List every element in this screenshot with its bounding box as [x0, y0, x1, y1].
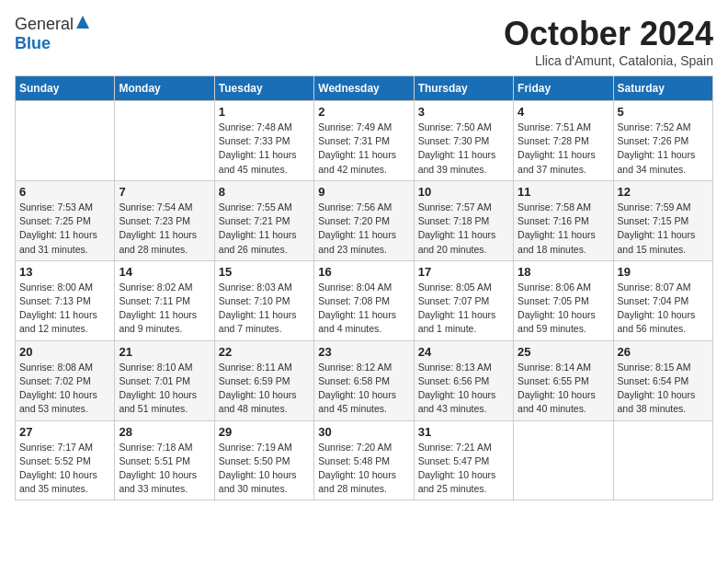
logo-general-text: General [15, 15, 74, 34]
day-number-9: 9 [318, 185, 409, 199]
day-cell-1: 1Sunrise: 7:48 AM Sunset: 7:33 PM Daylig… [214, 101, 313, 181]
day-info-17: Sunrise: 8:05 AM Sunset: 7:07 PM Dayligh… [418, 281, 509, 337]
day-info-8: Sunrise: 7:55 AM Sunset: 7:21 PM Dayligh… [219, 201, 310, 257]
day-cell-23: 23Sunrise: 8:12 AM Sunset: 6:58 PM Dayli… [314, 340, 414, 420]
weekday-header-tuesday: Tuesday [214, 76, 313, 101]
day-info-24: Sunrise: 8:13 AM Sunset: 6:56 PM Dayligh… [418, 361, 509, 417]
empty-cell [613, 420, 712, 500]
day-number-23: 23 [318, 345, 409, 359]
day-info-14: Sunrise: 8:02 AM Sunset: 7:11 PM Dayligh… [119, 281, 210, 337]
logo-triangle-icon [76, 16, 89, 32]
day-cell-8: 8Sunrise: 7:55 AM Sunset: 7:21 PM Daylig… [214, 180, 313, 260]
day-cell-10: 10Sunrise: 7:57 AM Sunset: 7:18 PM Dayli… [414, 180, 513, 260]
day-info-20: Sunrise: 8:08 AM Sunset: 7:02 PM Dayligh… [19, 361, 110, 417]
weekday-header-friday: Friday [514, 76, 613, 101]
day-info-11: Sunrise: 7:58 AM Sunset: 7:16 PM Dayligh… [518, 201, 609, 257]
day-number-24: 24 [418, 345, 509, 359]
day-number-5: 5 [618, 105, 709, 119]
day-info-5: Sunrise: 7:52 AM Sunset: 7:26 PM Dayligh… [618, 121, 709, 177]
day-cell-25: 25Sunrise: 8:14 AM Sunset: 6:55 PM Dayli… [514, 340, 613, 420]
day-info-22: Sunrise: 8:11 AM Sunset: 6:59 PM Dayligh… [219, 361, 310, 417]
day-cell-11: 11Sunrise: 7:58 AM Sunset: 7:16 PM Dayli… [514, 180, 613, 260]
day-number-26: 26 [618, 345, 709, 359]
day-number-19: 19 [618, 265, 709, 279]
day-number-1: 1 [219, 105, 310, 119]
day-cell-17: 17Sunrise: 8:05 AM Sunset: 7:07 PM Dayli… [414, 260, 513, 340]
month-title: October 2024 [504, 15, 713, 53]
svg-marker-0 [76, 16, 89, 29]
day-cell-30: 30Sunrise: 7:20 AM Sunset: 5:48 PM Dayli… [314, 420, 414, 500]
day-info-28: Sunrise: 7:18 AM Sunset: 5:51 PM Dayligh… [119, 441, 210, 497]
day-info-26: Sunrise: 8:15 AM Sunset: 6:54 PM Dayligh… [618, 361, 709, 417]
weekday-header-row: SundayMondayTuesdayWednesdayThursdayFrid… [16, 76, 713, 101]
day-cell-24: 24Sunrise: 8:13 AM Sunset: 6:56 PM Dayli… [414, 340, 513, 420]
day-cell-2: 2Sunrise: 7:49 AM Sunset: 7:31 PM Daylig… [314, 101, 414, 181]
day-info-4: Sunrise: 7:51 AM Sunset: 7:28 PM Dayligh… [518, 121, 609, 177]
day-cell-12: 12Sunrise: 7:59 AM Sunset: 7:15 PM Dayli… [613, 180, 712, 260]
week-row-5: 27Sunrise: 7:17 AM Sunset: 5:52 PM Dayli… [16, 420, 713, 500]
day-info-2: Sunrise: 7:49 AM Sunset: 7:31 PM Dayligh… [318, 121, 409, 177]
day-number-29: 29 [219, 425, 310, 439]
weekday-header-saturday: Saturday [613, 76, 712, 101]
day-info-12: Sunrise: 7:59 AM Sunset: 7:15 PM Dayligh… [618, 201, 709, 257]
day-cell-9: 9Sunrise: 7:56 AM Sunset: 7:20 PM Daylig… [314, 180, 414, 260]
day-cell-6: 6Sunrise: 7:53 AM Sunset: 7:25 PM Daylig… [16, 180, 115, 260]
empty-cell [115, 101, 214, 181]
day-cell-5: 5Sunrise: 7:52 AM Sunset: 7:26 PM Daylig… [613, 101, 712, 181]
day-number-15: 15 [219, 265, 310, 279]
day-cell-22: 22Sunrise: 8:11 AM Sunset: 6:59 PM Dayli… [214, 340, 313, 420]
day-number-27: 27 [19, 425, 110, 439]
page-header: General Blue October 2024 Llica d'Amunt,… [15, 15, 713, 68]
day-info-1: Sunrise: 7:48 AM Sunset: 7:33 PM Dayligh… [219, 121, 310, 177]
day-info-30: Sunrise: 7:20 AM Sunset: 5:48 PM Dayligh… [318, 441, 409, 497]
day-cell-28: 28Sunrise: 7:18 AM Sunset: 5:51 PM Dayli… [115, 420, 214, 500]
day-number-2: 2 [318, 105, 409, 119]
day-cell-13: 13Sunrise: 8:00 AM Sunset: 7:13 PM Dayli… [16, 260, 115, 340]
logo-blue-text: Blue [15, 34, 51, 52]
day-info-31: Sunrise: 7:21 AM Sunset: 5:47 PM Dayligh… [418, 441, 509, 497]
day-cell-18: 18Sunrise: 8:06 AM Sunset: 7:05 PM Dayli… [514, 260, 613, 340]
week-row-2: 6Sunrise: 7:53 AM Sunset: 7:25 PM Daylig… [16, 180, 713, 260]
day-number-11: 11 [518, 185, 609, 199]
day-cell-4: 4Sunrise: 7:51 AM Sunset: 7:28 PM Daylig… [514, 101, 613, 181]
empty-cell [514, 420, 613, 500]
week-row-1: 1Sunrise: 7:48 AM Sunset: 7:33 PM Daylig… [16, 101, 713, 181]
day-cell-31: 31Sunrise: 7:21 AM Sunset: 5:47 PM Dayli… [414, 420, 513, 500]
day-number-6: 6 [19, 185, 110, 199]
day-info-23: Sunrise: 8:12 AM Sunset: 6:58 PM Dayligh… [318, 361, 409, 417]
day-number-4: 4 [518, 105, 609, 119]
title-block: October 2024 Llica d'Amunt, Catalonia, S… [504, 15, 713, 68]
calendar-table: SundayMondayTuesdayWednesdayThursdayFrid… [15, 75, 713, 500]
day-info-3: Sunrise: 7:50 AM Sunset: 7:30 PM Dayligh… [418, 121, 509, 177]
day-number-13: 13 [19, 265, 110, 279]
day-number-7: 7 [119, 185, 210, 199]
day-number-30: 30 [318, 425, 409, 439]
day-info-19: Sunrise: 8:07 AM Sunset: 7:04 PM Dayligh… [618, 281, 709, 337]
day-info-18: Sunrise: 8:06 AM Sunset: 7:05 PM Dayligh… [518, 281, 609, 337]
day-number-8: 8 [219, 185, 310, 199]
day-number-31: 31 [418, 425, 509, 439]
weekday-header-thursday: Thursday [414, 76, 513, 101]
day-info-6: Sunrise: 7:53 AM Sunset: 7:25 PM Dayligh… [19, 201, 110, 257]
day-cell-20: 20Sunrise: 8:08 AM Sunset: 7:02 PM Dayli… [16, 340, 115, 420]
day-cell-26: 26Sunrise: 8:15 AM Sunset: 6:54 PM Dayli… [613, 340, 712, 420]
day-info-13: Sunrise: 8:00 AM Sunset: 7:13 PM Dayligh… [19, 281, 110, 337]
day-info-21: Sunrise: 8:10 AM Sunset: 7:01 PM Dayligh… [119, 361, 210, 417]
day-number-28: 28 [119, 425, 210, 439]
day-number-16: 16 [318, 265, 409, 279]
day-cell-21: 21Sunrise: 8:10 AM Sunset: 7:01 PM Dayli… [115, 340, 214, 420]
day-number-18: 18 [518, 265, 609, 279]
week-row-3: 13Sunrise: 8:00 AM Sunset: 7:13 PM Dayli… [16, 260, 713, 340]
day-info-16: Sunrise: 8:04 AM Sunset: 7:08 PM Dayligh… [318, 281, 409, 337]
day-cell-16: 16Sunrise: 8:04 AM Sunset: 7:08 PM Dayli… [314, 260, 414, 340]
day-number-3: 3 [418, 105, 509, 119]
logo: General Blue [15, 15, 89, 53]
day-info-9: Sunrise: 7:56 AM Sunset: 7:20 PM Dayligh… [318, 201, 409, 257]
day-info-29: Sunrise: 7:19 AM Sunset: 5:50 PM Dayligh… [219, 441, 310, 497]
day-number-14: 14 [119, 265, 210, 279]
day-number-22: 22 [219, 345, 310, 359]
day-number-20: 20 [19, 345, 110, 359]
day-number-25: 25 [518, 345, 609, 359]
day-cell-3: 3Sunrise: 7:50 AM Sunset: 7:30 PM Daylig… [414, 101, 513, 181]
day-info-7: Sunrise: 7:54 AM Sunset: 7:23 PM Dayligh… [119, 201, 210, 257]
